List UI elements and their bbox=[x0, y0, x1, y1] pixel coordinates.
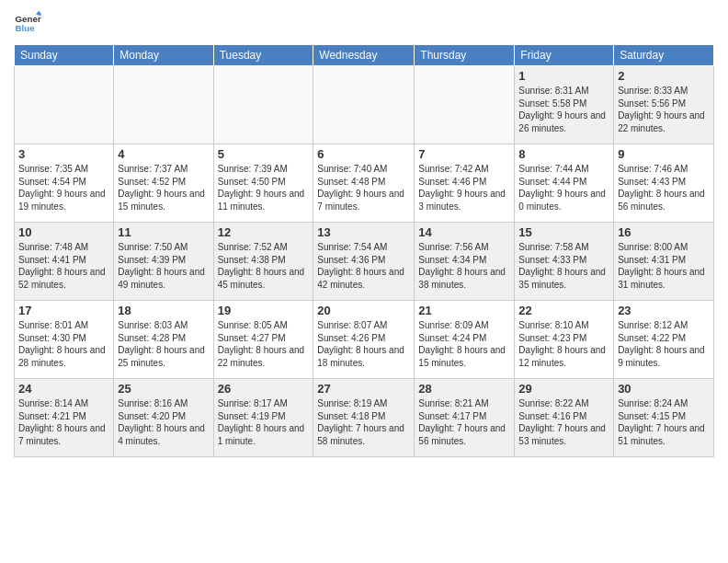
weekday-header: Monday bbox=[114, 45, 213, 66]
day-number: 8 bbox=[518, 147, 609, 161]
day-number: 7 bbox=[418, 147, 510, 161]
day-info: Sunrise: 7:40 AM Sunset: 4:48 PM Dayligh… bbox=[317, 163, 410, 213]
day-info: Sunrise: 8:22 AM Sunset: 4:16 PM Dayligh… bbox=[518, 397, 609, 447]
day-info: Sunrise: 7:52 AM Sunset: 4:38 PM Dayligh… bbox=[218, 241, 310, 291]
day-number: 6 bbox=[317, 147, 410, 161]
calendar-cell bbox=[213, 66, 313, 144]
day-number: 26 bbox=[218, 382, 310, 396]
day-info: Sunrise: 7:39 AM Sunset: 4:50 PM Dayligh… bbox=[218, 163, 310, 213]
svg-text:General: General bbox=[16, 14, 42, 24]
weekday-header: Sunday bbox=[15, 45, 114, 66]
day-number: 5 bbox=[218, 147, 310, 161]
calendar-cell: 17Sunrise: 8:01 AM Sunset: 4:30 PM Dayli… bbox=[15, 301, 114, 379]
day-info: Sunrise: 8:10 AM Sunset: 4:23 PM Dayligh… bbox=[518, 319, 609, 369]
day-number: 13 bbox=[317, 225, 410, 239]
day-number: 24 bbox=[18, 382, 109, 396]
logo: General Blue bbox=[14, 9, 45, 37]
calendar-body: 1Sunrise: 8:31 AM Sunset: 5:58 PM Daylig… bbox=[15, 66, 714, 457]
calendar-cell: 2Sunrise: 8:33 AM Sunset: 5:56 PM Daylig… bbox=[614, 66, 714, 144]
day-info: Sunrise: 8:07 AM Sunset: 4:26 PM Dayligh… bbox=[317, 319, 410, 369]
calendar-cell bbox=[15, 66, 114, 144]
calendar-cell: 28Sunrise: 8:21 AM Sunset: 4:17 PM Dayli… bbox=[415, 379, 515, 457]
calendar-cell: 25Sunrise: 8:16 AM Sunset: 4:20 PM Dayli… bbox=[114, 379, 213, 457]
day-number: 17 bbox=[18, 304, 109, 317]
day-info: Sunrise: 8:09 AM Sunset: 4:24 PM Dayligh… bbox=[418, 319, 510, 369]
day-number: 28 bbox=[418, 382, 510, 396]
weekday-header: Wednesday bbox=[313, 45, 415, 66]
calendar-cell: 21Sunrise: 8:09 AM Sunset: 4:24 PM Dayli… bbox=[415, 301, 515, 379]
calendar-cell: 1Sunrise: 8:31 AM Sunset: 5:58 PM Daylig… bbox=[515, 66, 614, 144]
day-number: 3 bbox=[18, 147, 109, 161]
day-info: Sunrise: 7:42 AM Sunset: 4:46 PM Dayligh… bbox=[418, 163, 510, 213]
day-number: 22 bbox=[518, 304, 609, 317]
calendar-cell: 24Sunrise: 8:14 AM Sunset: 4:21 PM Dayli… bbox=[15, 379, 114, 457]
day-info: Sunrise: 8:33 AM Sunset: 5:56 PM Dayligh… bbox=[618, 85, 710, 134]
day-number: 12 bbox=[218, 225, 310, 239]
calendar-week-row: 10Sunrise: 7:48 AM Sunset: 4:41 PM Dayli… bbox=[15, 223, 714, 301]
day-number: 18 bbox=[118, 304, 209, 317]
day-info: Sunrise: 8:21 AM Sunset: 4:17 PM Dayligh… bbox=[418, 397, 510, 447]
calendar-cell: 14Sunrise: 7:56 AM Sunset: 4:34 PM Dayli… bbox=[415, 223, 515, 301]
calendar-cell bbox=[415, 66, 515, 144]
calendar-cell: 7Sunrise: 7:42 AM Sunset: 4:46 PM Daylig… bbox=[415, 144, 515, 223]
calendar-week-row: 24Sunrise: 8:14 AM Sunset: 4:21 PM Dayli… bbox=[15, 379, 714, 457]
day-info: Sunrise: 8:17 AM Sunset: 4:19 PM Dayligh… bbox=[218, 397, 310, 447]
calendar-cell: 15Sunrise: 7:58 AM Sunset: 4:33 PM Dayli… bbox=[515, 223, 614, 301]
weekday-header: Thursday bbox=[415, 45, 515, 66]
day-number: 25 bbox=[118, 382, 209, 396]
day-info: Sunrise: 7:54 AM Sunset: 4:36 PM Dayligh… bbox=[317, 241, 410, 291]
weekday-header: Friday bbox=[515, 45, 614, 66]
calendar-cell: 10Sunrise: 7:48 AM Sunset: 4:41 PM Dayli… bbox=[15, 223, 114, 301]
day-number: 14 bbox=[418, 225, 510, 239]
calendar-cell bbox=[114, 66, 213, 144]
day-info: Sunrise: 8:12 AM Sunset: 4:22 PM Dayligh… bbox=[618, 319, 710, 369]
day-info: Sunrise: 7:50 AM Sunset: 4:39 PM Dayligh… bbox=[118, 241, 209, 291]
day-info: Sunrise: 7:44 AM Sunset: 4:44 PM Dayligh… bbox=[518, 163, 609, 213]
calendar-cell: 13Sunrise: 7:54 AM Sunset: 4:36 PM Dayli… bbox=[313, 223, 415, 301]
day-number: 23 bbox=[618, 304, 710, 317]
calendar-cell: 6Sunrise: 7:40 AM Sunset: 4:48 PM Daylig… bbox=[313, 144, 415, 223]
calendar-cell: 3Sunrise: 7:35 AM Sunset: 4:54 PM Daylig… bbox=[15, 144, 114, 223]
day-number: 4 bbox=[118, 147, 209, 161]
day-info: Sunrise: 7:56 AM Sunset: 4:34 PM Dayligh… bbox=[418, 241, 510, 291]
day-info: Sunrise: 8:19 AM Sunset: 4:18 PM Dayligh… bbox=[317, 397, 410, 447]
day-info: Sunrise: 8:01 AM Sunset: 4:30 PM Dayligh… bbox=[18, 319, 109, 369]
calendar-week-row: 3Sunrise: 7:35 AM Sunset: 4:54 PM Daylig… bbox=[15, 144, 714, 223]
day-number: 20 bbox=[317, 304, 410, 317]
calendar-cell: 30Sunrise: 8:24 AM Sunset: 4:15 PM Dayli… bbox=[614, 379, 714, 457]
day-info: Sunrise: 7:48 AM Sunset: 4:41 PM Dayligh… bbox=[18, 241, 109, 291]
calendar-cell: 9Sunrise: 7:46 AM Sunset: 4:43 PM Daylig… bbox=[614, 144, 714, 223]
day-number: 10 bbox=[18, 225, 109, 239]
weekday-header: Tuesday bbox=[213, 45, 313, 66]
day-number: 15 bbox=[518, 225, 609, 239]
calendar-cell: 23Sunrise: 8:12 AM Sunset: 4:22 PM Dayli… bbox=[614, 301, 714, 379]
day-number: 2 bbox=[618, 69, 710, 83]
calendar-cell: 20Sunrise: 8:07 AM Sunset: 4:26 PM Dayli… bbox=[313, 301, 415, 379]
day-info: Sunrise: 7:46 AM Sunset: 4:43 PM Dayligh… bbox=[618, 163, 710, 213]
calendar-cell: 27Sunrise: 8:19 AM Sunset: 4:18 PM Dayli… bbox=[313, 379, 415, 457]
day-info: Sunrise: 8:24 AM Sunset: 4:15 PM Dayligh… bbox=[618, 397, 710, 447]
calendar-cell: 5Sunrise: 7:39 AM Sunset: 4:50 PM Daylig… bbox=[213, 144, 313, 223]
calendar-week-row: 1Sunrise: 8:31 AM Sunset: 5:58 PM Daylig… bbox=[15, 66, 714, 144]
day-number: 30 bbox=[618, 382, 710, 396]
calendar: SundayMondayTuesdayWednesdayThursdayFrid… bbox=[14, 44, 714, 457]
day-number: 21 bbox=[418, 304, 510, 317]
day-number: 29 bbox=[518, 382, 609, 396]
day-info: Sunrise: 8:03 AM Sunset: 4:28 PM Dayligh… bbox=[118, 319, 209, 369]
calendar-cell: 26Sunrise: 8:17 AM Sunset: 4:19 PM Dayli… bbox=[213, 379, 313, 457]
calendar-cell: 4Sunrise: 7:37 AM Sunset: 4:52 PM Daylig… bbox=[114, 144, 213, 223]
calendar-cell: 18Sunrise: 8:03 AM Sunset: 4:28 PM Dayli… bbox=[114, 301, 213, 379]
calendar-cell: 11Sunrise: 7:50 AM Sunset: 4:39 PM Dayli… bbox=[114, 223, 213, 301]
day-info: Sunrise: 7:37 AM Sunset: 4:52 PM Dayligh… bbox=[118, 163, 209, 213]
day-info: Sunrise: 7:35 AM Sunset: 4:54 PM Dayligh… bbox=[18, 163, 109, 213]
calendar-cell: 8Sunrise: 7:44 AM Sunset: 4:44 PM Daylig… bbox=[515, 144, 614, 223]
day-info: Sunrise: 8:31 AM Sunset: 5:58 PM Dayligh… bbox=[518, 85, 609, 134]
svg-text:Blue: Blue bbox=[16, 23, 36, 33]
day-number: 1 bbox=[518, 69, 609, 83]
day-number: 27 bbox=[317, 382, 410, 396]
calendar-cell: 29Sunrise: 8:22 AM Sunset: 4:16 PM Dayli… bbox=[515, 379, 614, 457]
weekday-header-row: SundayMondayTuesdayWednesdayThursdayFrid… bbox=[15, 45, 714, 66]
calendar-cell: 22Sunrise: 8:10 AM Sunset: 4:23 PM Dayli… bbox=[515, 301, 614, 379]
calendar-cell bbox=[313, 66, 415, 144]
weekday-header: Saturday bbox=[614, 45, 714, 66]
